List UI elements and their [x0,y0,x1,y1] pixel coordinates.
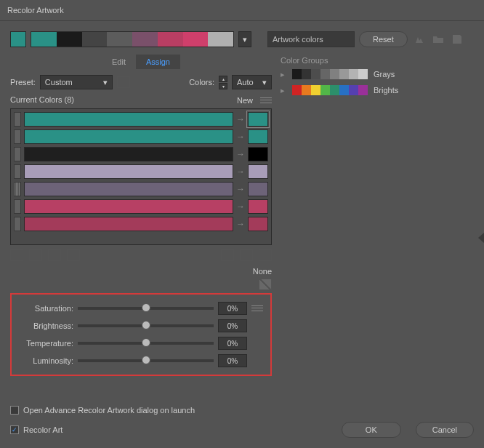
left-panel: Edit Assign Preset: Custom▾ Colors: ▴▾ [10,55,272,396]
color-group[interactable]: ▸ Grays [281,69,474,79]
colors-stepper[interactable]: ▴▾ [219,76,227,89]
recolor-art-checkbox[interactable]: ✓ [10,425,19,434]
current-color-bar[interactable] [24,199,233,214]
color-row[interactable]: → [14,182,268,196]
sliders-panel: Saturation: 0% Brightness: 0% Temperatur… [10,293,272,376]
color-row[interactable]: → [14,129,268,144]
tool-merge-icon[interactable] [10,249,23,261]
new-color-swatch[interactable] [248,164,268,179]
open-advance-label: Open Advance Recolor Artwork dialog on l… [23,406,195,415]
tool-find-icon[interactable] [259,249,272,261]
row-handle[interactable] [14,217,21,231]
slider-label: Temperature: [19,339,73,348]
tool-grid1-icon[interactable] [221,249,234,261]
preset-options-icon[interactable] [117,76,130,88]
color-row[interactable]: → [14,112,268,127]
footer: ✓ Recolor Art OK Cancel [0,419,484,448]
color-groups-header: Color Groups [281,56,474,65]
row-handle[interactable] [14,112,21,127]
current-color-bar[interactable] [24,164,233,179]
row-handle[interactable] [14,199,21,214]
ok-button[interactable]: OK [342,422,401,438]
slider-value[interactable]: 0% [218,302,247,315]
color-list: → → → → → → → [10,108,272,245]
tool-exclude-icon[interactable] [48,249,61,261]
color-group-strip [292,69,368,79]
active-color-swatch[interactable] [10,31,26,47]
none-swatch[interactable] [259,279,272,290]
slider-thumb[interactable] [142,303,150,312]
tab-assign[interactable]: Assign [136,55,180,69]
new-color-swatch[interactable] [248,199,268,214]
slider-menu-icon[interactable] [251,303,263,313]
top-row: ▾ Reset [10,31,474,47]
current-color-bar[interactable] [24,129,233,144]
new-label: New [237,96,253,105]
recolor-dialog: Recolor Artwork ▾ Reset Edit Assign Pres… [0,0,484,448]
current-color-bar[interactable] [24,147,233,161]
get-colors-icon[interactable] [412,32,427,47]
cancel-button[interactable]: Cancel [416,422,474,438]
current-color-bar[interactable] [24,217,233,231]
arrow-icon: → [236,219,245,229]
slider-value[interactable]: 0% [218,354,247,367]
new-color-swatch[interactable] [248,129,268,144]
color-row[interactable]: → [14,164,268,179]
reset-button[interactable]: Reset [359,31,408,47]
current-color-bar[interactable] [24,112,233,127]
new-color-swatch[interactable] [248,147,268,161]
slider-track[interactable] [78,359,214,362]
color-row[interactable]: → [14,199,268,214]
open-advance-checkbox[interactable] [10,406,19,415]
color-group-strip [292,85,368,95]
slider-track[interactable] [78,324,214,327]
preset-label: Preset: [10,78,36,87]
color-strip-dropdown[interactable]: ▾ [238,31,251,47]
new-color-swatch[interactable] [248,217,268,231]
disk-icon[interactable] [450,32,464,47]
color-row[interactable]: → [14,217,268,231]
slider-track[interactable] [78,342,214,345]
arrow-icon: → [236,184,245,194]
slider-label: Saturation: [19,304,73,313]
colors-value: Auto [237,78,254,87]
tool-grid2-icon[interactable] [240,249,253,261]
arrow-icon: → [236,201,245,212]
color-method-field[interactable] [267,31,355,47]
color-strip[interactable] [31,31,234,47]
slider-track[interactable] [78,307,214,310]
tabs: Edit Assign [10,55,272,69]
color-group-name: Grays [374,70,395,79]
color-list-menu-icon[interactable] [260,95,272,105]
tool-new-row-icon[interactable] [67,249,80,261]
preset-row: Preset: Custom▾ Colors: ▴▾ Auto▾ [10,75,272,89]
tool-separate-icon[interactable] [29,249,42,261]
row-handle[interactable] [14,129,21,144]
disclosure-icon[interactable]: ▸ [281,70,286,79]
slider-thumb[interactable] [142,338,150,347]
row-handle[interactable] [14,164,21,179]
color-row[interactable]: → [14,147,268,161]
color-group[interactable]: ▸ Brights [281,85,474,95]
row-handle[interactable] [14,147,21,161]
slider-value[interactable]: 0% [218,337,247,350]
slider-label: Brightness: [19,321,73,330]
slider-thumb[interactable] [142,356,150,364]
row-handle[interactable] [14,182,21,196]
slider-label: Luminosity: [19,356,73,365]
right-panel: Color Groups ▸ Grays▸ Brights [281,55,474,396]
new-color-swatch[interactable] [248,182,268,196]
slider-value[interactable]: 0% [218,319,247,332]
folder-icon[interactable] [431,32,445,47]
tab-edit[interactable]: Edit [102,55,136,69]
colors-select[interactable]: Auto▾ [232,75,272,89]
current-color-bar[interactable] [24,182,233,196]
disclosure-icon[interactable]: ▸ [281,86,286,95]
arrow-icon: → [236,149,245,159]
preset-select[interactable]: Custom▾ [40,75,113,89]
dialog-title: Recolor Artwork [0,0,484,21]
color-group-name: Brights [374,86,398,95]
arrow-icon: → [236,132,245,142]
slider-thumb[interactable] [142,321,150,329]
new-color-swatch[interactable] [248,112,268,127]
